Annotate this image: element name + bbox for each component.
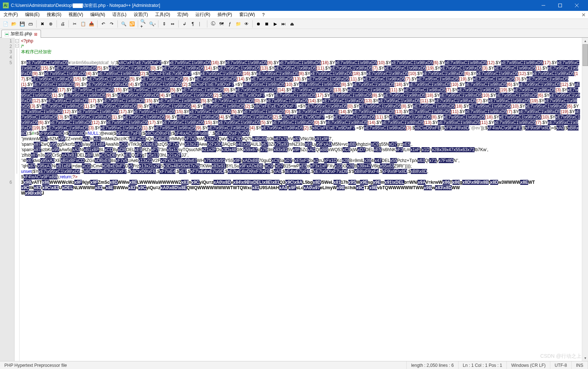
tabstrip: 加密后.php ⊠ xyxy=(0,29,588,38)
code-area[interactable]: <?php/*本程序已经加密$YxE7\x95\xC1\x98\xD5='or4… xyxy=(20,38,582,361)
status-eol: Windows (CR LF) xyxy=(507,361,550,369)
zoom-out-icon[interactable]: 🔍- xyxy=(148,20,156,28)
tab-label: 加密后.php xyxy=(11,31,32,37)
scrollbar-thumb[interactable] xyxy=(583,44,588,66)
editor: 123456 − − <?php/*本程序已经加密$YxE7\x95\xC1\x… xyxy=(0,38,588,361)
scroll-down-icon[interactable]: ▾ xyxy=(582,355,588,361)
close-button[interactable] xyxy=(568,0,585,11)
fold-toggle-icon[interactable]: − xyxy=(15,44,19,47)
vertical-scrollbar[interactable]: ▴ ▾ xyxy=(582,38,588,361)
titlebar: C:\Users\Administrator\Desktop\▇▇▇\加密后.p… xyxy=(0,0,588,11)
open-file-icon[interactable]: 📂 xyxy=(10,20,18,28)
menu-macro[interactable]: 宏(M) xyxy=(174,11,192,18)
window-title: C:\Users\Administrator\Desktop\▇▇▇\加密后.p… xyxy=(11,3,535,9)
record-icon[interactable]: ⏺ xyxy=(254,20,262,28)
toolbar-separator xyxy=(57,20,57,28)
stop-icon[interactable]: ⏹ xyxy=(263,20,271,28)
sync-v-icon[interactable]: ⇕ xyxy=(160,20,168,28)
save-icon[interactable]: 💾 xyxy=(18,20,26,28)
redo-icon[interactable]: ↷ xyxy=(108,20,116,28)
svg-rect-6 xyxy=(5,34,8,35)
line-number: 5 xyxy=(0,60,14,180)
menu-search[interactable]: 搜索(S) xyxy=(43,11,65,18)
monitor-icon[interactable]: 👁 xyxy=(243,20,250,28)
line-number: 3 xyxy=(0,49,14,55)
app-icon xyxy=(3,3,9,8)
fold-toggle-icon[interactable]: − xyxy=(15,39,19,43)
minimize-button[interactable] xyxy=(535,0,552,11)
doc-map-icon[interactable]: 🗺 xyxy=(218,20,225,28)
fold-gutter: − − xyxy=(15,38,20,361)
close-icon[interactable]: ✖ xyxy=(38,20,46,28)
menu-run[interactable]: 运行(R) xyxy=(192,11,214,18)
undo-icon[interactable]: ↶ xyxy=(99,20,107,28)
mdi-close-icon[interactable]: ✕ xyxy=(579,12,588,18)
menu-plugins[interactable]: 插件(P) xyxy=(214,11,236,18)
maximize-button[interactable] xyxy=(552,0,568,11)
line-number: 6 xyxy=(0,180,14,196)
statusbar: PHP Hypertext Preprocessor file length :… xyxy=(0,361,588,369)
svg-rect-2 xyxy=(559,4,562,7)
toolbar-separator xyxy=(207,20,207,28)
toolbar-separator xyxy=(252,20,253,28)
menu-language[interactable]: 语言(L) xyxy=(109,11,130,18)
new-file-icon[interactable]: 📄 xyxy=(1,20,9,28)
play-icon[interactable]: ▶ xyxy=(271,20,279,28)
toolbar-separator xyxy=(36,20,37,28)
toolbar-separator xyxy=(138,20,138,28)
save-macro-icon[interactable]: ⏏ xyxy=(288,20,296,28)
menubar: 文件(F) 编辑(E) 搜索(S) 视图(V) 编码(N) 语言(L) 设置(T… xyxy=(0,11,588,19)
close-all-icon[interactable]: ⊗ xyxy=(47,20,55,28)
status-ins: INS xyxy=(572,361,588,369)
php-file-icon xyxy=(5,32,9,36)
replace-icon[interactable]: 🔁 xyxy=(128,20,136,28)
status-length: length : 2,050 lines : 6 xyxy=(407,361,458,369)
line-number: 2 xyxy=(0,44,14,49)
status-lang: PHP Hypertext Preprocessor file xyxy=(0,361,407,369)
scroll-up-icon[interactable]: ▴ xyxy=(582,38,588,44)
indent-guide-icon[interactable]: ⎸ xyxy=(197,20,205,28)
cut-icon[interactable]: ✂ xyxy=(71,20,79,28)
wrap-icon[interactable]: ↲ xyxy=(181,20,189,28)
status-pos: Ln : 1 Col : 1 Pos : 1 xyxy=(459,361,507,369)
status-encoding: UTF-8 xyxy=(550,361,572,369)
menu-settings[interactable]: 设置(T) xyxy=(130,11,152,18)
menu-window[interactable]: 窗口(W) xyxy=(236,11,258,18)
toolbar-separator xyxy=(158,20,158,28)
toolbar: 📄📂💾🗃✖⊗🖨✂📋📥↶↷🔍🔁🔍+🔍-⇕⇔↲¶⎸Ⓛ🗺ƒ📁👁⏺⏹▶⏭⏏ xyxy=(0,19,588,29)
lang-icon[interactable]: Ⓛ xyxy=(209,20,217,28)
menu-file[interactable]: 文件(F) xyxy=(0,11,21,18)
toolbar-separator xyxy=(69,20,69,28)
toolbar-separator xyxy=(97,20,98,28)
folder-icon[interactable]: 📁 xyxy=(234,20,242,28)
show-all-icon[interactable]: ¶ xyxy=(189,20,197,28)
menu-encoding[interactable]: 编码(N) xyxy=(87,11,109,18)
tab-close-icon[interactable]: ⊠ xyxy=(33,32,38,36)
sync-h-icon[interactable]: ⇔ xyxy=(169,20,177,28)
line-number: 4 xyxy=(0,55,14,60)
copy-icon[interactable]: 📋 xyxy=(79,20,87,28)
toolbar-separator xyxy=(117,20,118,28)
toolbar-separator xyxy=(178,20,179,28)
menu-tools[interactable]: 工具(O) xyxy=(152,11,174,18)
paste-icon[interactable]: 📥 xyxy=(87,20,95,28)
print-icon[interactable]: 🖨 xyxy=(59,20,67,28)
menu-edit[interactable]: 编辑(E) xyxy=(21,11,43,18)
menu-view[interactable]: 视图(V) xyxy=(65,11,87,18)
save-all-icon[interactable]: 🗃 xyxy=(26,20,34,28)
fast-icon[interactable]: ⏭ xyxy=(279,20,287,28)
func-list-icon[interactable]: ƒ xyxy=(226,20,234,28)
line-gutter: 123456 xyxy=(0,38,15,361)
tab-file[interactable]: 加密后.php ⊠ xyxy=(1,30,41,38)
line-number: 1 xyxy=(0,38,14,44)
menu-help[interactable]: ? xyxy=(258,12,268,18)
zoom-in-icon[interactable]: 🔍+ xyxy=(140,20,148,28)
find-icon[interactable]: 🔍 xyxy=(120,20,128,28)
